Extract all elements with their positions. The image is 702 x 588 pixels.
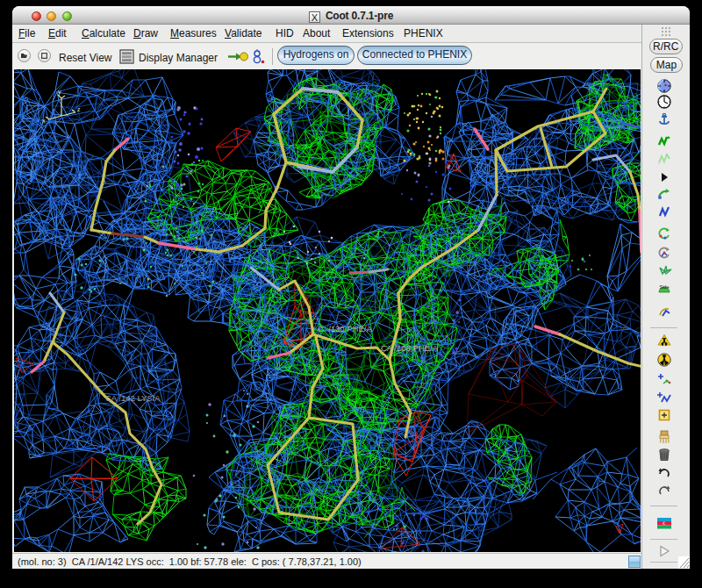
svg-text:C: /130 PHE/A: C: /130 PHE/A xyxy=(318,324,372,333)
svg-text:Side: Side xyxy=(659,284,669,290)
svg-text:x: x xyxy=(42,118,46,124)
svg-text:y: y xyxy=(58,89,61,96)
svg-text:CA /108 PHE/A: CA /108 PHE/A xyxy=(381,343,439,353)
svg-text:CA /142 LYS/A: CA /142 LYS/A xyxy=(105,393,161,403)
svg-text:z: z xyxy=(77,106,81,112)
